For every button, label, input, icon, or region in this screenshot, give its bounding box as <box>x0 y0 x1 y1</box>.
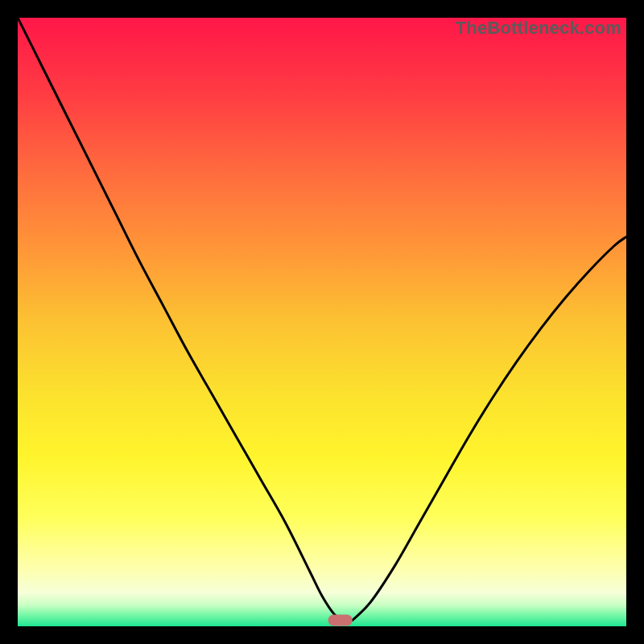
curve-right <box>353 237 626 620</box>
curve-layer <box>18 18 626 626</box>
minimum-marker <box>328 614 353 625</box>
watermark-text: TheBottleneck.com <box>456 18 621 39</box>
chart-frame: TheBottleneck.com <box>0 0 644 644</box>
curve-left <box>18 18 343 620</box>
plot-area: TheBottleneck.com <box>18 18 626 626</box>
